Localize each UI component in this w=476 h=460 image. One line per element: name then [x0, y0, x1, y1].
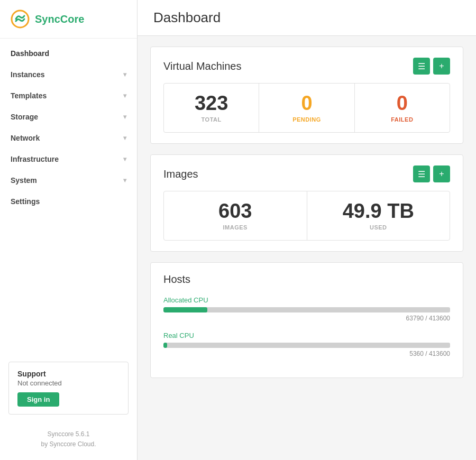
support-status: Not connected [17, 379, 120, 387]
signin-button[interactable]: Sign in [17, 392, 59, 407]
sidebar-item-system[interactable]: System▾ [0, 170, 137, 191]
vm-stats-row: 323 TOTAL 0 PENDING 0 FAILED [163, 83, 450, 133]
chevron-down-icon: ▾ [123, 92, 126, 99]
real-cpu-value: 5360 / 413600 [163, 350, 450, 357]
nav-label: Templates [11, 91, 47, 100]
images-add-button[interactable]: + [433, 165, 450, 182]
nav-label: Dashboard [11, 49, 49, 58]
plus-icon-2: + [439, 169, 444, 179]
nav-label: System [11, 176, 37, 185]
vm-card-actions: ☰ + [413, 58, 450, 75]
vm-add-button[interactable]: + [433, 58, 450, 75]
nav-menu: DashboardInstances▾Templates▾Storage▾Net… [0, 39, 137, 353]
images-stats-row: 603 IMAGES 49.9 TB USED [163, 191, 450, 241]
sidebar-item-storage[interactable]: Storage▾ [0, 106, 137, 127]
nav-label: Network [11, 134, 40, 142]
logo-area: SyncCore [0, 0, 137, 39]
vm-pending-cell: 0 PENDING [259, 84, 354, 132]
footer-version: Synccore 5.6.1 [11, 429, 126, 439]
hosts-card-header: Hosts [163, 273, 450, 286]
vm-total-cell: 323 TOTAL [164, 84, 259, 132]
chevron-down-icon: ▾ [123, 71, 126, 78]
nav-label: Instances [11, 70, 45, 79]
nav-label: Infrastructure [11, 155, 59, 163]
images-count-value: 603 [169, 201, 301, 221]
images-list-button[interactable]: ☰ [413, 165, 430, 182]
vm-list-button[interactable]: ☰ [413, 58, 430, 75]
synccore-logo-icon [11, 10, 30, 29]
sidebar-item-dashboard[interactable]: Dashboard [0, 43, 137, 64]
images-used-cell: 49.9 TB USED [307, 191, 450, 240]
support-title: Support [17, 370, 120, 378]
allocated-cpu-track [163, 307, 450, 312]
vm-card-title: Virtual Machines [163, 60, 241, 72]
hosts-card: Hosts Allocated CPU 63790 / 413600 Real … [150, 262, 463, 378]
vm-total-value: 323 [169, 93, 253, 113]
allocated-cpu-section: Allocated CPU 63790 / 413600 [163, 296, 450, 322]
sidebar-item-infrastructure[interactable]: Infrastructure▾ [0, 149, 137, 170]
images-card-title: Images [163, 168, 198, 180]
chevron-down-icon: ▾ [123, 177, 126, 184]
allocated-cpu-fill [163, 307, 207, 312]
images-used-value: 49.9 TB [313, 201, 445, 221]
footer-company: by Synccore Cloud. [11, 439, 126, 449]
page-title: Dashboard [153, 10, 460, 26]
vm-pending-label: PENDING [264, 116, 349, 123]
sidebar-item-instances[interactable]: Instances▾ [0, 64, 137, 85]
logo-text: SyncCore [35, 13, 84, 25]
list-icon: ☰ [418, 61, 425, 71]
vm-failed-cell: 0 FAILED [355, 84, 450, 132]
virtual-machines-card: Virtual Machines ☰ + 323 TOTAL 0 [150, 47, 463, 144]
list-icon-2: ☰ [418, 169, 425, 179]
nav-label: Storage [11, 113, 38, 121]
svg-point-0 [12, 11, 29, 27]
vm-failed-value: 0 [360, 93, 444, 113]
images-used-label: USED [313, 224, 445, 231]
images-count-label: IMAGES [169, 224, 301, 231]
dashboard-content: Virtual Machines ☰ + 323 TOTAL 0 [138, 36, 476, 389]
real-cpu-track [163, 343, 450, 348]
vm-total-label: TOTAL [169, 116, 253, 123]
real-cpu-label: Real CPU [163, 332, 450, 339]
sidebar-item-settings[interactable]: Settings [0, 191, 137, 212]
chevron-down-icon: ▾ [123, 113, 126, 121]
nav-label: Settings [11, 197, 40, 206]
sidebar-item-templates[interactable]: Templates▾ [0, 85, 137, 106]
images-card-actions: ☰ + [413, 165, 450, 182]
main-content-area: Dashboard Virtual Machines ☰ + 323 TOT [138, 0, 476, 460]
vm-card-header: Virtual Machines ☰ + [163, 58, 450, 75]
images-card-header: Images ☰ + [163, 165, 450, 182]
chevron-down-icon: ▾ [123, 155, 126, 163]
vm-failed-label: FAILED [360, 116, 444, 123]
sidebar-item-network[interactable]: Network▾ [0, 127, 137, 149]
hosts-card-title: Hosts [163, 273, 190, 286]
plus-icon: + [439, 61, 444, 71]
allocated-cpu-label: Allocated CPU [163, 296, 450, 304]
sidebar-footer: Synccore 5.6.1 by Synccore Cloud. [0, 423, 137, 460]
chevron-down-icon: ▾ [123, 134, 126, 142]
support-box: Support Not connected Sign in [8, 362, 129, 415]
real-cpu-section: Real CPU 5360 / 413600 [163, 332, 450, 357]
hosts-content: Allocated CPU 63790 / 413600 Real CPU 53… [163, 294, 450, 357]
allocated-cpu-value: 63790 / 413600 [163, 315, 450, 322]
images-card: Images ☰ + 603 IMAGES 49.9 TB USE [150, 154, 463, 252]
images-count-cell: 603 IMAGES [164, 191, 307, 240]
vm-pending-value: 0 [264, 93, 349, 113]
real-cpu-fill [163, 343, 167, 348]
main-header: Dashboard [138, 0, 476, 36]
sidebar: SyncCore DashboardInstances▾Templates▾St… [0, 0, 138, 460]
